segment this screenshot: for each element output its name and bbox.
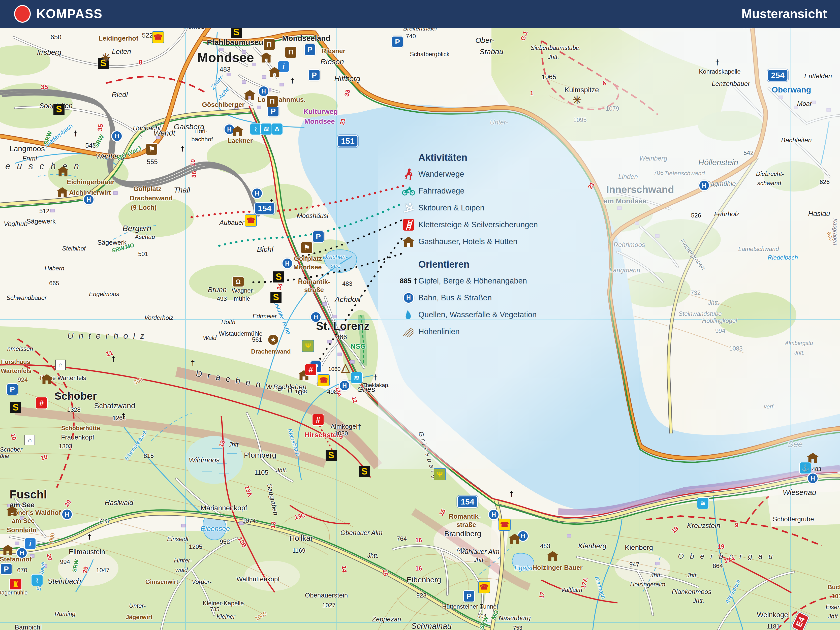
spring-icon: [399, 309, 418, 320]
legend-label: Gasthäuser, Hotels & Hütten: [418, 237, 518, 246]
bus-icon: H: [399, 292, 418, 304]
ski-icon: [399, 202, 418, 213]
legend-item-gasthaeuser: Gasthäuser, Hotels & Hütten: [399, 233, 600, 250]
legend-item-gipfel: 885 † Gipfel, Berge & Höhenangaben: [399, 272, 600, 289]
bike-icon: [399, 186, 418, 196]
legend-orientation-title: Orientieren: [418, 259, 600, 270]
brand-name: KOMPASS: [36, 6, 103, 21]
legend-item-wanderwege: Wanderwege: [399, 166, 600, 182]
peak-icon: 885 †: [399, 277, 418, 285]
page-title: Musteransicht: [742, 6, 827, 21]
header-bar: KOMPASS Musteransicht: [0, 0, 840, 28]
hut-icon: [399, 236, 418, 247]
ferrata-icon: [399, 219, 418, 231]
legend-activities-list: Wanderwege Fahrradwege Skitouren & Loipe…: [399, 166, 600, 250]
legend-label: Quellen, Wasserfälle & Vegetation: [418, 310, 537, 319]
legend-item-fahrradwege: Fahrradwege: [399, 182, 600, 199]
legend-item-quellen: Quellen, Wasserfälle & Vegetation: [399, 306, 600, 323]
legend-orientation-list: 885 † Gipfel, Berge & Höhenangaben H Bah…: [399, 272, 600, 340]
legend-label: Wanderwege: [418, 170, 464, 178]
legend-item-skitouren: Skitouren & Loipen: [399, 199, 600, 216]
legend-label: Bahn, Bus & Straßen: [418, 293, 492, 302]
map-legend: Aktivitäten Wanderwege Fahrradwege Skito…: [399, 152, 600, 340]
hiker-icon: [399, 168, 418, 180]
kompass-map-sample: { "header": { "brand": "KOMPASS", "title…: [0, 0, 840, 630]
legend-label: Skitouren & Loipen: [418, 204, 485, 212]
kompass-logo: KOMPASS: [13, 5, 103, 23]
contour-icon: [399, 327, 418, 337]
legend-item-bahn: H Bahn, Bus & Straßen: [399, 289, 600, 306]
wildmoos-marsh: [185, 436, 243, 484]
kompass-logo-icon: [13, 5, 32, 23]
legend-label: Höhenlinien: [418, 327, 460, 336]
legend-activities-title: Aktivitäten: [418, 152, 600, 163]
legend-item-klettersteige: Klettersteige & Seilversicherungen: [399, 216, 600, 233]
legend-item-hoehenlinien: Höhenlinien: [399, 323, 600, 340]
legend-label: Klettersteige & Seilversicherungen: [418, 220, 538, 229]
legend-label: Gipfel, Berge & Höhenangaben: [418, 276, 527, 286]
legend-label: Fahrradwege: [418, 186, 464, 196]
